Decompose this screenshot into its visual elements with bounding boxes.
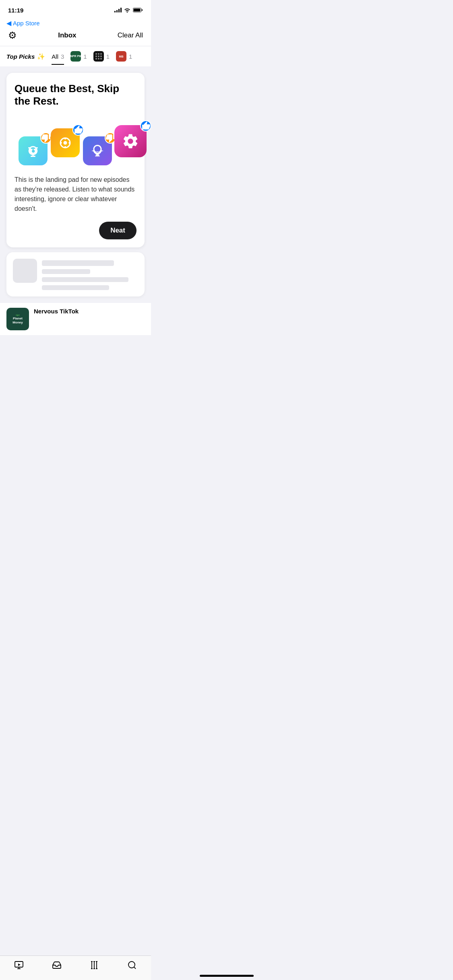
status-bar: 11:19 [0, 0, 151, 18]
sparkle-icon: ✨ [37, 53, 45, 60]
top-picks-label: Top Picks [6, 53, 35, 60]
svg-point-5 [64, 138, 66, 140]
svg-rect-1 [142, 9, 143, 11]
back-arrow-icon: ◀ [6, 19, 11, 27]
tab-mbinska-count: 1 [129, 53, 132, 60]
neat-button[interactable]: Neat [99, 222, 137, 239]
skeleton-card [6, 252, 145, 296]
tab-invisible[interactable]: 1 [93, 51, 110, 66]
gear-icon[interactable]: ⚙ [8, 30, 17, 41]
svg-point-7 [60, 142, 62, 144]
neat-button-container: Neat [14, 222, 137, 239]
tab-all-label: All [52, 53, 58, 60]
app-icons-illustration [14, 117, 137, 165]
tabs-container: Top Picks ✨ All 3 NPR PM 1 1 MB 1 [0, 46, 151, 66]
skeleton-line-4 [42, 285, 109, 290]
episode-title: Nervous TikTok [34, 308, 145, 315]
tab-all[interactable]: All 3 [52, 53, 64, 65]
like-badge-2 [140, 120, 151, 132]
skeleton-line-1 [42, 260, 114, 266]
status-icons [114, 8, 143, 12]
tab-all-count: 3 [61, 53, 64, 60]
piggy-bank-app-icon [19, 136, 48, 165]
header-title: Inbox [58, 31, 76, 39]
main-content: Queue the Best, Skip the Rest. [0, 66, 151, 303]
signal-icon [114, 8, 122, 12]
ufo-app-icon [83, 136, 112, 165]
tab-invisible-count: 1 [106, 53, 110, 60]
film-reel-app-icon [51, 128, 80, 157]
back-label[interactable]: App Store [13, 20, 40, 27]
svg-rect-9 [96, 154, 99, 156]
skeleton-line-3 [42, 277, 128, 282]
episode-row[interactable]: npr Planet Money Nervous TikTok [0, 303, 151, 335]
skeleton-row [13, 259, 138, 290]
tab-pm-count: 1 [83, 53, 87, 60]
clear-all-button[interactable]: Clear All [118, 31, 143, 39]
craft-app-icon [114, 125, 147, 157]
welcome-headline: Queue the Best, Skip the Rest. [14, 82, 137, 107]
episode-info: Nervous TikTok [34, 308, 145, 315]
episode-thumbnail: npr Planet Money [6, 308, 29, 330]
tab-planet-money[interactable]: NPR PM 1 [70, 51, 87, 66]
wifi-icon [124, 8, 130, 12]
welcome-description: This is the landing pad for new episodes… [14, 175, 137, 214]
svg-point-4 [64, 141, 67, 145]
skeleton-line-2 [42, 269, 90, 274]
svg-rect-10 [95, 156, 100, 156]
planet-money-icon: NPR PM [70, 51, 81, 62]
svg-point-8 [68, 142, 70, 144]
header: ⚙ Inbox Clear All [0, 27, 151, 46]
dislike-badge [40, 132, 52, 144]
welcome-card: Queue the Best, Skip the Rest. [6, 73, 145, 247]
svg-point-6 [64, 146, 66, 148]
invisible-podcast-icon [93, 51, 104, 62]
tab-top-picks[interactable]: Top Picks ✨ [6, 53, 45, 65]
like-badge [72, 124, 84, 136]
skeleton-lines [42, 259, 138, 290]
skeleton-thumbnail [13, 259, 37, 283]
svg-rect-2 [134, 9, 141, 12]
back-nav[interactable]: ◀ App Store [0, 18, 151, 27]
battery-icon [133, 8, 143, 12]
mbinska-icon: MB [116, 51, 126, 62]
tab-mbinska[interactable]: MB 1 [116, 51, 132, 66]
status-time: 11:19 [8, 7, 23, 14]
